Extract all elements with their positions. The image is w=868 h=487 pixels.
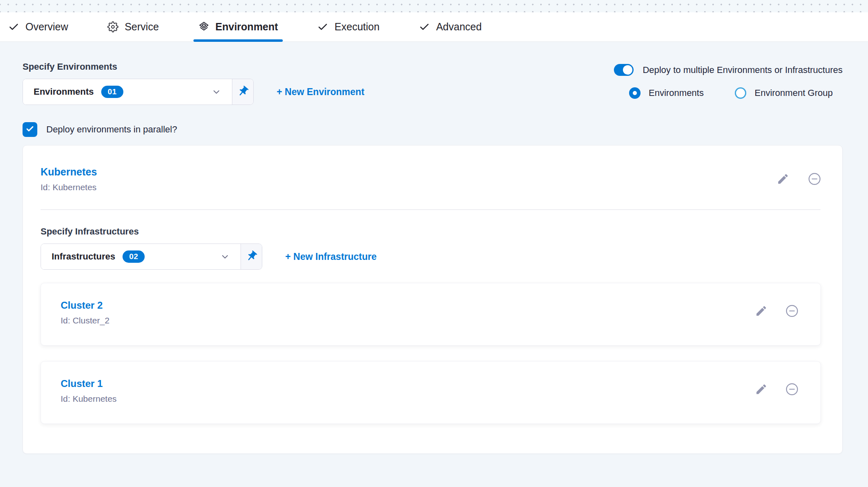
- tab-label: Overview: [25, 21, 68, 33]
- environment-card: Kubernetes Id: Kubernetes: [23, 145, 843, 454]
- edit-environment-button[interactable]: [777, 173, 789, 187]
- remove-infrastructure-button[interactable]: [785, 382, 799, 398]
- gear-icon: [107, 21, 118, 32]
- check-icon: [317, 21, 328, 32]
- tab-execution[interactable]: Execution: [317, 12, 379, 41]
- specify-infrastructures-heading: Specify Infrastructures: [41, 226, 823, 237]
- radio-selected-icon: [629, 87, 641, 99]
- environments-dropdown[interactable]: Environments 01: [23, 79, 232, 105]
- toggle-knob: [623, 65, 632, 75]
- chevron-down-icon: [220, 252, 230, 262]
- environment-icon: [198, 21, 209, 32]
- check-icon: [25, 124, 34, 135]
- tab-label: Advanced: [436, 21, 482, 33]
- edit-infrastructure-button[interactable]: [755, 383, 768, 397]
- pin-icon: [245, 250, 258, 264]
- tab-advanced[interactable]: Advanced: [419, 12, 482, 41]
- canvas-dotted-background: [0, 0, 868, 12]
- infrastructure-identity: Cluster 1 Id: Kubernetes: [61, 378, 117, 404]
- edit-infrastructure-button[interactable]: [755, 305, 768, 319]
- radio-environments[interactable]: Environments: [629, 87, 704, 99]
- new-infrastructure-link[interactable]: + New Infrastructure: [285, 251, 377, 262]
- infrastructure-card: Cluster 1 Id: Kubernetes: [41, 361, 821, 424]
- pencil-icon: [755, 305, 768, 319]
- radio-unselected-icon: [735, 87, 746, 99]
- deploy-multiple-toggle-label: Deploy to multiple Environments or Infra…: [643, 65, 843, 75]
- environments-dropdown-label: Environments: [34, 86, 94, 97]
- infrastructure-identity: Cluster 2 Id: Cluster_2: [61, 300, 109, 325]
- infrastructure-name-link[interactable]: Cluster 1: [61, 378, 117, 389]
- tab-overview[interactable]: Overview: [8, 12, 68, 41]
- tab-environment[interactable]: Environment: [198, 12, 278, 41]
- stage-tabbar: Overview Service Environment Execution: [0, 12, 868, 42]
- deploy-multiple-toggle[interactable]: [614, 64, 634, 76]
- deploy-options-block: Deploy to multiple Environments or Infra…: [614, 64, 843, 99]
- pin-infrastructures-button[interactable]: [241, 244, 262, 269]
- environments-count-badge: 01: [101, 86, 123, 98]
- infrastructure-id: Id: Kubernetes: [61, 394, 117, 404]
- infrastructure-id: Id: Cluster_2: [61, 316, 109, 325]
- tab-label: Service: [125, 21, 159, 33]
- chevron-down-icon: [211, 87, 221, 97]
- tab-label: Execution: [334, 21, 379, 33]
- infrastructures-dropdown[interactable]: Infrastructures 02: [41, 244, 241, 269]
- pin-environments-button[interactable]: [232, 79, 253, 105]
- infrastructures-count-badge: 02: [123, 250, 145, 263]
- minus-circle-icon: [785, 304, 799, 319]
- deploy-parallel-checkbox[interactable]: [23, 122, 37, 137]
- check-icon: [8, 21, 19, 32]
- check-icon: [419, 21, 430, 32]
- infrastructures-select-group: Infrastructures 02: [41, 244, 262, 270]
- infrastructure-name-link[interactable]: Cluster 2: [61, 300, 109, 311]
- specify-environments-block: Specify Environments Environments 01: [23, 61, 364, 105]
- new-environment-link[interactable]: + New Environment: [277, 86, 364, 98]
- pipeline-stage-page: Overview Service Environment Execution: [0, 0, 868, 487]
- radio-environment-group[interactable]: Environment Group: [735, 87, 833, 99]
- minus-circle-icon: [785, 382, 799, 398]
- pencil-icon: [755, 383, 768, 397]
- deploy-parallel-label: Deploy environments in parallel?: [46, 124, 177, 135]
- infrastructure-card: Cluster 2 Id: Cluster_2: [41, 283, 821, 346]
- pencil-icon: [777, 173, 789, 187]
- environments-mode-radio-group: Environments Environment Group: [614, 87, 843, 99]
- environments-select-group: Environments 01: [23, 79, 254, 105]
- environment-divider: [41, 209, 820, 210]
- remove-infrastructure-button[interactable]: [785, 304, 799, 319]
- environment-name-link[interactable]: Kubernetes: [41, 166, 97, 178]
- remove-environment-button[interactable]: [807, 172, 822, 187]
- environment-tab-content: Specify Environments Environments 01: [0, 61, 868, 454]
- environment-identity: Kubernetes Id: Kubernetes: [41, 166, 97, 192]
- minus-circle-icon: [807, 172, 822, 187]
- active-tab-underline: [193, 39, 283, 42]
- tab-service[interactable]: Service: [107, 12, 159, 41]
- environment-id: Id: Kubernetes: [41, 182, 97, 192]
- tab-label: Environment: [216, 21, 278, 33]
- specify-environments-heading: Specify Environments: [23, 61, 364, 72]
- pin-icon: [237, 85, 249, 99]
- infrastructures-dropdown-label: Infrastructures: [52, 251, 115, 262]
